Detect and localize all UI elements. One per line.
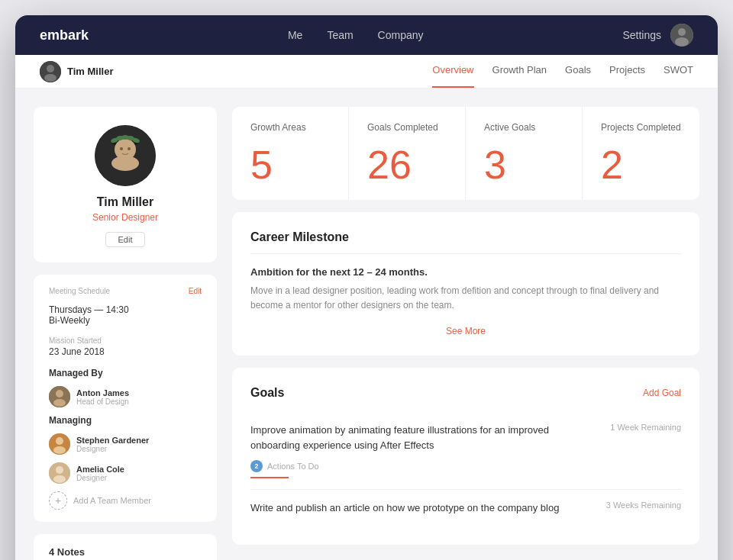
notes-card: 4 Notes Need to motivate Tim to work on …	[34, 534, 217, 560]
svg-point-9	[111, 156, 139, 171]
nav-me[interactable]: Me	[288, 29, 302, 41]
sub-nav-user-info: Tim Miller	[40, 61, 113, 82]
goal-item-1: Write and publish an article on how we p…	[250, 490, 681, 526]
tab-swot[interactable]: SWOT	[664, 55, 693, 88]
app-logo: embark	[40, 27, 89, 43]
report-0-name: Stephen Gardener	[76, 436, 149, 445]
add-member-icon: +	[49, 491, 67, 510]
right-content: Growth Areas 5 Goals Completed 26 Active…	[232, 107, 699, 560]
goals-header: Goals Add Goal	[250, 386, 681, 400]
goal-item-0: Improve animation by animating feature i…	[250, 412, 681, 490]
info-card: Meeting Schedule Edit Thursdays — 14:30 …	[34, 275, 217, 522]
tab-growth-plan[interactable]: Growth Plan	[492, 55, 547, 88]
see-more: See More	[250, 323, 681, 337]
stats-row: Growth Areas 5 Goals Completed 26 Active…	[232, 107, 699, 200]
sub-nav-tabs: Overview Growth Plan Goals Projects SWOT	[432, 55, 693, 88]
see-more-link[interactable]: See More	[446, 326, 486, 336]
tab-goals[interactable]: Goals	[565, 55, 591, 88]
schedule-edit-link[interactable]: Edit	[189, 287, 202, 295]
goal-0-row: Improve animation by animating feature i…	[250, 423, 681, 452]
goal-0-time: 1 Week Remaining	[610, 423, 681, 432]
main-nav-links: Me Team Company	[89, 29, 622, 41]
device-frame: embark Me Team Company Settings	[15, 15, 718, 560]
goal-0-actions: 2 Actions To Do	[250, 460, 681, 472]
report-1-name: Amelia Cole	[76, 465, 124, 474]
manager-avatar	[49, 386, 70, 407]
manager-item: Anton James Head of Design	[49, 386, 202, 407]
profile-edit-button[interactable]: Edit	[105, 232, 146, 247]
report-1-role: Designer	[76, 474, 124, 482]
stat-3-value: 2	[601, 145, 681, 185]
goal-1-row: Write and publish an article on how we p…	[250, 500, 681, 516]
profile-title: Senior Designer	[92, 212, 158, 223]
managed-by-title: Managed By	[49, 368, 202, 378]
stat-2-label: Active Goals	[484, 122, 563, 133]
svg-point-18	[56, 390, 63, 397]
main-content: Tim Miller Senior Designer Edit Meeting …	[15, 89, 718, 560]
svg-point-1	[678, 28, 686, 36]
goal-1-text: Write and publish an article on how we p…	[250, 500, 606, 516]
svg-point-19	[53, 399, 66, 407]
svg-point-24	[56, 466, 63, 474]
stat-0-value: 5	[250, 145, 330, 185]
report-1-avatar	[49, 462, 70, 484]
user-avatar-nav[interactable]	[670, 24, 693, 47]
report-0: Stephen Gardener Designer	[49, 433, 202, 455]
manager-info: Anton James Head of Design	[76, 388, 129, 406]
profile-avatar	[95, 125, 156, 186]
manager-name: Anton James	[76, 388, 129, 397]
svg-point-5	[44, 74, 57, 82]
stat-3-label: Projects Completed	[601, 122, 681, 133]
schedule-frequency: Bi-Weekly	[49, 315, 202, 326]
nav-company[interactable]: Company	[378, 29, 424, 41]
schedule-label: Meeting Schedule	[49, 287, 110, 295]
stat-1-value: 26	[367, 145, 447, 185]
svg-point-2	[675, 37, 689, 47]
manager-role: Head of Design	[76, 397, 129, 406]
started-label: Mission Started	[49, 336, 202, 345]
settings-label[interactable]: Settings	[622, 29, 661, 41]
actions-label: Actions To Do	[267, 462, 319, 471]
add-member-button[interactable]: + Add A Team Member	[49, 491, 202, 510]
goals-card: Goals Add Goal Improve animation by anim…	[232, 368, 699, 545]
actions-badge: 2	[250, 460, 263, 472]
stat-0-label: Growth Areas	[250, 122, 330, 133]
stat-active-goals: Active Goals 3	[466, 107, 583, 200]
stat-goals-completed: Goals Completed 26	[349, 107, 466, 200]
stat-2-value: 3	[484, 145, 563, 185]
report-0-info: Stephen Gardener Designer	[76, 436, 149, 453]
sidebar: Tim Miller Senior Designer Edit Meeting …	[34, 107, 217, 560]
report-1: Amelia Cole Designer	[49, 462, 202, 484]
svg-point-10	[120, 147, 123, 150]
profile-card: Tim Miller Senior Designer Edit	[34, 107, 217, 262]
tab-projects[interactable]: Projects	[609, 55, 645, 88]
sub-nav-avatar	[40, 61, 61, 82]
milestone-title: Career Milestone	[250, 230, 681, 254]
add-member-label: Add A Team Member	[73, 496, 151, 505]
nav-right: Settings	[622, 24, 693, 47]
milestone-body: Move in a lead designer position, leadin…	[250, 284, 681, 313]
svg-point-21	[56, 437, 63, 445]
stat-projects-completed: Projects Completed 2	[583, 107, 699, 200]
report-0-role: Designer	[76, 445, 149, 453]
svg-point-11	[128, 147, 131, 150]
goal-1-time: 3 Weeks Remaining	[606, 500, 681, 510]
profile-name: Tim Miller	[97, 195, 153, 209]
svg-point-25	[53, 475, 66, 483]
goal-0-text: Improve animation by animating feature i…	[250, 423, 610, 452]
add-goal-button[interactable]: Add Goal	[643, 388, 681, 398]
svg-point-4	[47, 65, 54, 72]
started-value: 23 June 2018	[49, 346, 202, 357]
managing-title: Managing	[49, 415, 202, 426]
nav-team[interactable]: Team	[327, 29, 353, 41]
milestone-card: Career Milestone Ambition for the next 1…	[232, 212, 699, 356]
top-nav: embark Me Team Company Settings	[15, 15, 718, 55]
report-1-info: Amelia Cole Designer	[76, 465, 124, 482]
milestone-subtitle: Ambition for the next 12 – 24 months.	[250, 266, 681, 278]
stat-1-label: Goals Completed	[367, 122, 447, 133]
sub-nav: Tim Miller Overview Growth Plan Goals Pr…	[15, 55, 718, 89]
tab-overview[interactable]: Overview	[432, 55, 473, 88]
sub-nav-username: Tim Miller	[67, 66, 113, 77]
goals-title: Goals	[250, 386, 284, 400]
report-0-avatar	[49, 433, 70, 455]
